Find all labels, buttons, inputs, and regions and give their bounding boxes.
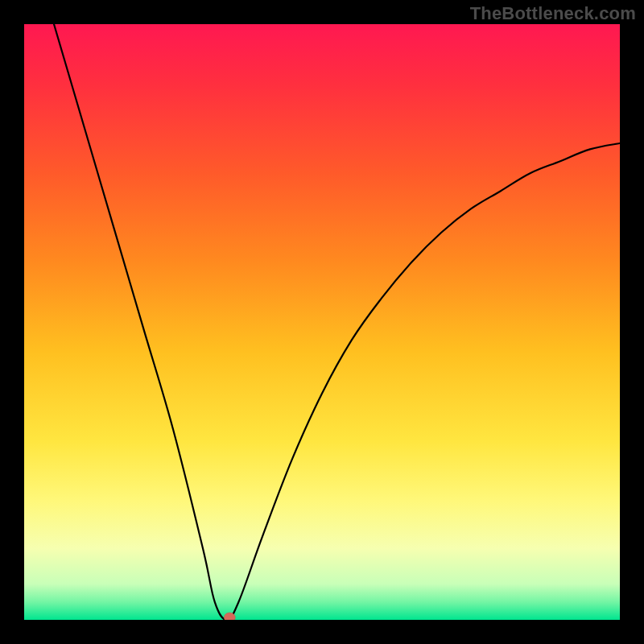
watermark-text: TheBottleneck.com [470, 3, 636, 24]
chart-frame: TheBottleneck.com [0, 0, 644, 644]
plot-area [24, 24, 620, 620]
chart-svg [24, 24, 620, 620]
gradient-background [24, 24, 620, 620]
